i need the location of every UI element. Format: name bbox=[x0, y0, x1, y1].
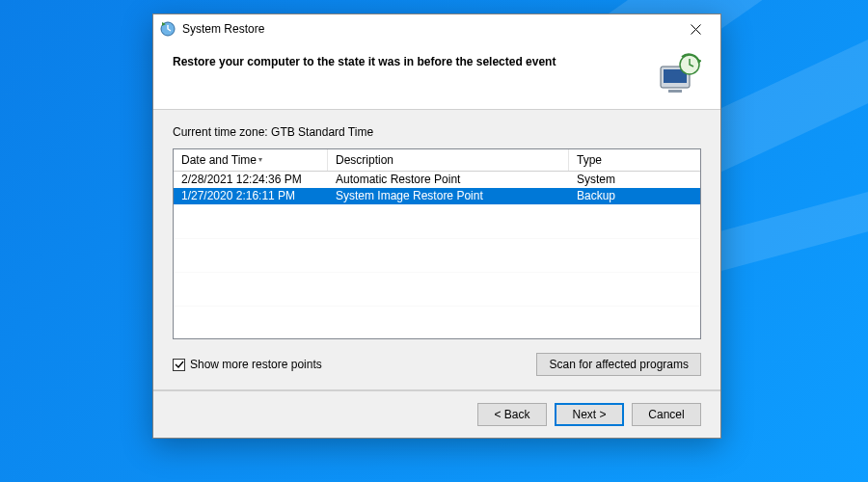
next-button[interactable]: Next > bbox=[555, 403, 624, 426]
header-strip: Restore your computer to the state it wa… bbox=[153, 43, 720, 109]
cell-description: System Image Restore Point bbox=[328, 188, 569, 204]
cell-date: 2/28/2021 12:24:36 PM bbox=[174, 172, 328, 188]
scan-affected-button[interactable]: Scan for affected programs bbox=[536, 353, 701, 376]
titlebar: System Restore bbox=[153, 14, 720, 43]
back-button[interactable]: < Back bbox=[477, 403, 547, 426]
listview-header: Date and Time▾ Description Type bbox=[174, 149, 700, 172]
cell-type: System bbox=[569, 172, 700, 188]
checkmark-icon bbox=[175, 360, 184, 369]
close-icon bbox=[691, 24, 701, 35]
checkbox-label: Show more restore points bbox=[190, 358, 322, 371]
column-header-type[interactable]: Type bbox=[569, 149, 700, 171]
restore-points-list: Date and Time▾ Description Type 2/28/202… bbox=[173, 148, 701, 339]
timezone-label: Current time zone: GTB Standard Time bbox=[173, 125, 701, 139]
window-title: System Restore bbox=[182, 22, 264, 36]
show-more-checkbox[interactable]: Show more restore points bbox=[173, 358, 322, 371]
close-button[interactable] bbox=[676, 14, 715, 43]
cancel-button[interactable]: Cancel bbox=[632, 403, 701, 426]
cell-description: Automatic Restore Point bbox=[328, 172, 569, 188]
column-label: Date and Time bbox=[181, 153, 257, 167]
content-area: Current time zone: GTB Standard Time Dat… bbox=[153, 110, 720, 389]
page-heading: Restore your computer to the state it wa… bbox=[173, 53, 657, 68]
table-row[interactable]: 2/28/2021 12:24:36 PM Automatic Restore … bbox=[174, 172, 700, 188]
system-restore-icon bbox=[159, 20, 176, 38]
column-header-date[interactable]: Date and Time▾ bbox=[174, 149, 328, 171]
cell-type: Backup bbox=[569, 188, 700, 204]
svg-rect-3 bbox=[668, 90, 682, 93]
table-row[interactable]: 1/27/2020 2:16:11 PM System Image Restor… bbox=[174, 188, 700, 204]
column-header-description[interactable]: Description bbox=[328, 149, 569, 171]
checkbox-box bbox=[173, 359, 185, 371]
sort-descending-icon: ▾ bbox=[258, 155, 262, 164]
restore-hero-icon bbox=[657, 53, 701, 97]
system-restore-window: System Restore Restore your computer to … bbox=[152, 13, 721, 439]
listview-body: 2/28/2021 12:24:36 PM Automatic Restore … bbox=[174, 172, 700, 338]
wizard-footer: < Back Next > Cancel bbox=[153, 390, 720, 438]
cell-date: 1/27/2020 2:16:11 PM bbox=[174, 188, 328, 204]
